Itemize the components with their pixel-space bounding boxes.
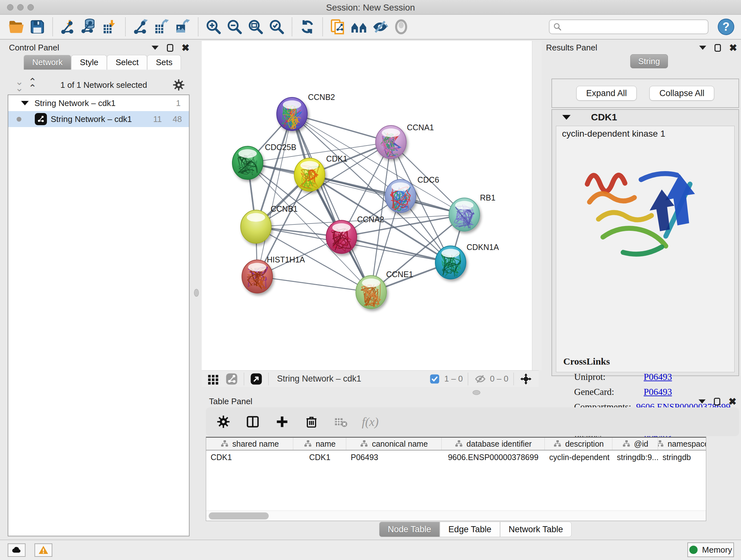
tab-network[interactable]: Network bbox=[23, 55, 71, 70]
network-node-CDC25B[interactable]: CDC25B bbox=[232, 143, 296, 179]
network-edge[interactable] bbox=[257, 276, 371, 292]
section-header[interactable]: CDK1 bbox=[552, 110, 738, 125]
zoom-selected-button[interactable] bbox=[266, 17, 287, 37]
table-row[interactable]: CDK1CDK1P064939606.ENSP00000378699cyclin… bbox=[206, 450, 706, 464]
view-grid-icon[interactable] bbox=[206, 372, 220, 386]
table-cell[interactable]: cyclin-dependent ... bbox=[545, 450, 612, 464]
table-horizontal-scrollbar[interactable] bbox=[206, 510, 706, 521]
network-node-CCNE1[interactable]: CCNE1 bbox=[356, 270, 413, 309]
column-header-shared-name[interactable]: shared name bbox=[206, 438, 293, 450]
memory-button[interactable]: Memory bbox=[687, 543, 734, 557]
splitter-handle[interactable] bbox=[194, 289, 199, 297]
table-cell[interactable]: P06493 bbox=[346, 450, 442, 464]
table-cell[interactable]: stringdb:9... bbox=[612, 450, 658, 464]
panel-menu-icon[interactable] bbox=[698, 399, 705, 403]
selected-checkbox-icon[interactable] bbox=[428, 372, 442, 386]
zoom-out-button[interactable] bbox=[224, 17, 245, 37]
table-cell[interactable]: stringdb bbox=[658, 450, 706, 464]
column-layout-icon[interactable] bbox=[245, 414, 261, 430]
column-header-description[interactable]: description bbox=[545, 438, 612, 450]
save-session-button[interactable] bbox=[27, 17, 48, 37]
section-gene-name: CDK1 bbox=[591, 112, 617, 123]
canvas-splitter[interactable] bbox=[532, 41, 542, 370]
toolbar-separator bbox=[52, 17, 53, 36]
network-node-HIST1H1A[interactable]: HIST1H1A bbox=[242, 255, 305, 293]
scrollbar-thumb[interactable] bbox=[209, 512, 269, 519]
panel-menu-icon[interactable] bbox=[699, 46, 706, 50]
first-neighbors-button[interactable] bbox=[348, 17, 369, 37]
column-header-canonical-name[interactable]: canonical name bbox=[346, 438, 442, 450]
new-network-from-selection-button[interactable] bbox=[327, 17, 348, 37]
add-column-icon[interactable] bbox=[274, 414, 290, 430]
network-node-CCNB1[interactable]: CCNB1 bbox=[241, 204, 298, 243]
network-node-CCNB2[interactable]: CCNB2 bbox=[277, 92, 335, 131]
expand-all-button[interactable]: Expand All bbox=[576, 86, 637, 101]
tab-sets[interactable]: Sets bbox=[147, 55, 181, 70]
export-network-button[interactable] bbox=[130, 17, 151, 37]
export-image-button[interactable] bbox=[172, 17, 193, 37]
edge-count: 48 bbox=[173, 114, 182, 124]
table-cell[interactable]: 9606.ENSP00000378699 bbox=[442, 450, 545, 464]
splitter-handle[interactable] bbox=[473, 390, 480, 395]
crosslink-label: Uniprot: bbox=[574, 372, 644, 382]
tab-network-table[interactable]: Network Table bbox=[500, 522, 572, 537]
string-view-icon[interactable] bbox=[225, 372, 239, 386]
network-overview-icon[interactable] bbox=[249, 372, 263, 386]
close-panel-icon[interactable]: ✖ bbox=[729, 44, 737, 52]
network-collection-row[interactable]: String Network – cdk1 1 bbox=[8, 95, 189, 111]
help-button[interactable]: ? bbox=[717, 17, 735, 36]
tab-select[interactable]: Select bbox=[107, 55, 147, 70]
export-table-button[interactable] bbox=[151, 17, 172, 37]
import-network-from-file-button[interactable] bbox=[57, 17, 78, 37]
column-header-name[interactable]: name bbox=[293, 438, 346, 450]
pan-crosshair-icon[interactable] bbox=[519, 372, 533, 386]
results-panel: Results Panel ✖ String Expand All Collap… bbox=[542, 41, 741, 386]
node-count: 11 bbox=[153, 114, 162, 124]
crosslink-link[interactable]: P06493 bbox=[644, 372, 672, 382]
float-panel-icon[interactable] bbox=[715, 44, 721, 52]
section-caret-icon[interactable] bbox=[562, 115, 570, 120]
panel-menu-icon[interactable] bbox=[151, 46, 158, 50]
network-options-gear-icon[interactable] bbox=[172, 78, 185, 91]
tab-node-table[interactable]: Node Table bbox=[379, 522, 440, 537]
apply-layout-button[interactable] bbox=[297, 17, 318, 37]
network-node-CCNA1[interactable]: CCNA1 bbox=[376, 123, 434, 159]
column-header--id[interactable]: @id bbox=[612, 438, 658, 450]
table-settings-icon[interactable] bbox=[215, 414, 231, 430]
zoom-in-button[interactable] bbox=[203, 17, 224, 37]
network-row-selected[interactable]: String Network – cdk1 11 48 bbox=[8, 111, 189, 127]
network-node-CDK1[interactable]: CDK1 bbox=[294, 154, 347, 191]
table-cell[interactable]: CDK1 bbox=[206, 450, 293, 464]
hide-selected-button[interactable] bbox=[369, 17, 391, 37]
delete-column-icon[interactable] bbox=[304, 414, 320, 430]
network-node-CDC6[interactable]: CDC6 bbox=[385, 175, 439, 212]
collection-caret-icon[interactable] bbox=[21, 101, 29, 105]
table-cell[interactable]: CDK1 bbox=[293, 450, 346, 464]
network-node-RB1[interactable]: RB1 bbox=[449, 193, 495, 231]
hidden-eye-icon[interactable] bbox=[473, 372, 487, 386]
close-panel-icon[interactable]: ✖ bbox=[729, 398, 737, 406]
open-session-button[interactable] bbox=[6, 17, 27, 37]
tab-style[interactable]: Style bbox=[71, 55, 107, 70]
warnings-button[interactable] bbox=[35, 543, 52, 557]
tab-edge-table[interactable]: Edge Table bbox=[440, 522, 500, 537]
network-canvas[interactable]: CCNB2 CCNA1 CDC25B CDK1 CDC6 RB1 CCNB1 C… bbox=[202, 41, 532, 370]
search-input[interactable] bbox=[549, 19, 709, 34]
cloud-status-button[interactable] bbox=[8, 543, 25, 557]
column-header-database-identifier[interactable]: database identifier bbox=[442, 438, 545, 450]
show-all-button[interactable] bbox=[391, 17, 412, 37]
float-panel-icon[interactable] bbox=[167, 44, 173, 52]
node-label-RB1: RB1 bbox=[480, 193, 495, 202]
close-panel-icon[interactable]: ✖ bbox=[182, 44, 190, 52]
collapse-all-networks-icon[interactable]: ⌄⌄ bbox=[15, 78, 22, 91]
float-panel-icon[interactable] bbox=[714, 398, 720, 406]
network-node-CDKN1A[interactable]: CDKN1A bbox=[435, 243, 499, 279]
table-toolbar: f(x) bbox=[206, 408, 739, 436]
tab-string[interactable]: String bbox=[630, 54, 668, 68]
import-network-from-database-button[interactable] bbox=[78, 17, 99, 37]
expand-all-networks-icon[interactable]: ⌃⌃ bbox=[28, 78, 35, 91]
import-table-button[interactable] bbox=[99, 17, 121, 37]
zoom-fit-button[interactable] bbox=[245, 17, 266, 37]
collapse-all-button[interactable]: Collapse All bbox=[650, 86, 714, 101]
column-header-namespace[interactable]: namespace bbox=[658, 438, 706, 450]
